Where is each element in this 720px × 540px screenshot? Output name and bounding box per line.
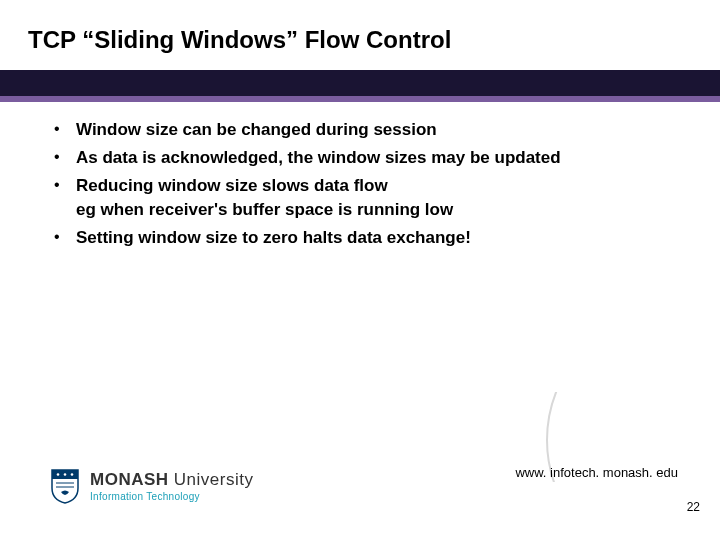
- footer-url: www. infotech. monash. edu: [515, 465, 678, 480]
- bullet-text: Reducing window size slows data flow eg …: [76, 174, 453, 222]
- svg-point-1: [64, 473, 67, 476]
- shield-icon: [50, 468, 80, 504]
- logo-main-light: University: [169, 470, 254, 489]
- slide: TCP “Sliding Windows” Flow Control • Win…: [0, 0, 720, 540]
- bullet-list: • Window size can be changed during sess…: [50, 118, 650, 254]
- list-item: • Window size can be changed during sess…: [50, 118, 650, 142]
- bullet-text: Setting window size to zero halts data e…: [76, 226, 471, 250]
- logo-sub: Information Technology: [90, 492, 253, 502]
- list-item: • Setting window size to zero halts data…: [50, 226, 650, 250]
- list-item: • Reducing window size slows data flow e…: [50, 174, 650, 222]
- header-bar-dark: [0, 70, 720, 96]
- logo-main-bold: MONASH: [90, 470, 169, 489]
- svg-point-0: [57, 473, 60, 476]
- bullet-text: As data is acknowledged, the window size…: [76, 146, 561, 170]
- list-item: • As data is acknowledged, the window si…: [50, 146, 650, 170]
- bullet-icon: •: [50, 118, 76, 140]
- bullet-icon: •: [50, 174, 76, 196]
- bullet-text: Window size can be changed during sessio…: [76, 118, 437, 142]
- logo-main: MONASH University: [90, 471, 253, 488]
- page-number: 22: [687, 500, 700, 514]
- slide-title: TCP “Sliding Windows” Flow Control: [28, 26, 451, 54]
- logo: MONASH University Information Technology: [50, 468, 253, 504]
- logo-text: MONASH University Information Technology: [90, 471, 253, 502]
- bullet-icon: •: [50, 146, 76, 168]
- svg-point-2: [71, 473, 74, 476]
- bullet-icon: •: [50, 226, 76, 248]
- header-bar-accent: [0, 96, 720, 102]
